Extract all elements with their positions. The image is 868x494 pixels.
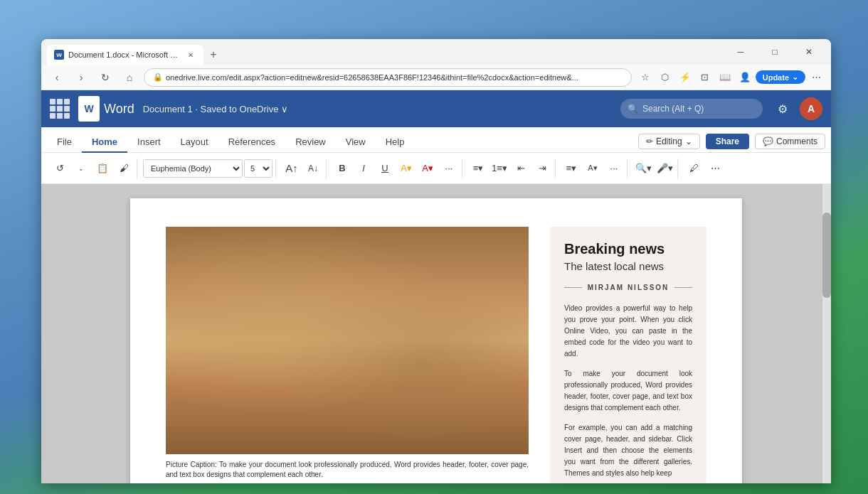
tab-help[interactable]: Help bbox=[376, 132, 415, 153]
browser-tab[interactable]: W Document 1.docx - Microsoft W... ✕ bbox=[47, 45, 203, 65]
collections-icon[interactable]: ⬡ bbox=[656, 68, 674, 87]
voice-button[interactable]: 🎤▾ bbox=[655, 159, 674, 178]
font-size-select[interactable]: 5 bbox=[244, 159, 272, 178]
tab-close-button[interactable]: ✕ bbox=[185, 49, 196, 60]
svg-rect-19 bbox=[166, 370, 529, 454]
svg-rect-36 bbox=[394, 306, 443, 402]
tab-favicon: W bbox=[54, 50, 64, 60]
tab-insert[interactable]: Insert bbox=[127, 132, 171, 153]
window-maximize-button[interactable]: □ bbox=[758, 39, 791, 65]
svg-rect-29 bbox=[299, 304, 358, 414]
tab-references[interactable]: References bbox=[218, 132, 285, 153]
news-divider: MIRJAM NILSSON bbox=[564, 284, 692, 291]
font-family-select[interactable]: Euphemia (Body) bbox=[143, 159, 243, 178]
news-body: Video provides a powerful way to help yo… bbox=[564, 303, 692, 479]
editing-label: Editing bbox=[656, 136, 682, 146]
news-author: MIRJAM NILSSON bbox=[588, 284, 669, 291]
paragraph-group: ≡▾ A▾ ··· bbox=[559, 159, 628, 178]
tab-view[interactable]: View bbox=[336, 132, 376, 153]
reading-icon[interactable]: 📖 bbox=[716, 68, 734, 87]
svg-rect-33 bbox=[354, 353, 373, 367]
star-icon[interactable]: ☆ bbox=[636, 68, 655, 87]
svg-point-5 bbox=[188, 254, 232, 276]
more-paragraph-button[interactable]: ··· bbox=[604, 159, 624, 178]
numbered-list-button[interactable]: 1≡▾ bbox=[489, 159, 509, 178]
tab-area: W Document 1.docx - Microsoft W... ✕ + bbox=[41, 39, 724, 65]
svg-point-10 bbox=[426, 252, 482, 275]
editing-button[interactable]: ✏ Editing ⌄ bbox=[638, 134, 700, 149]
settings-button[interactable]: ⚙ bbox=[771, 97, 794, 120]
bakery-image bbox=[166, 227, 529, 454]
increase-font-button[interactable]: A↑ bbox=[282, 159, 302, 178]
formatting-toolbar: ↺ ⌄ 📋 🖌 Euphemia (Body) 5 A↑ A↓ B I U A▾… bbox=[41, 153, 831, 184]
svg-point-38 bbox=[425, 359, 499, 389]
window-close-button[interactable]: ✕ bbox=[793, 39, 825, 65]
share-button[interactable]: Share bbox=[706, 134, 749, 149]
document-title[interactable]: Document 1 · Saved to OneDrive ∨ bbox=[143, 104, 612, 114]
highlight-button[interactable]: A▾ bbox=[396, 159, 416, 178]
underline-button[interactable]: U bbox=[375, 159, 395, 178]
format-painter-button[interactable]: 🖌 bbox=[114, 159, 134, 178]
update-button[interactable]: Update ⌄ bbox=[756, 70, 805, 84]
font-size-adjust-group: A↑ A↓ bbox=[279, 159, 327, 178]
svg-rect-30 bbox=[303, 318, 355, 377]
back-button[interactable]: ‹ bbox=[47, 68, 67, 87]
grid-dot bbox=[50, 106, 55, 112]
find-group: 🔍▾ 🎤▾ bbox=[630, 159, 678, 178]
font-color-button[interactable]: A▾ bbox=[418, 159, 438, 178]
address-input[interactable]: 🔒 onedrive.live.com/edit.aspx?action=edi… bbox=[144, 68, 632, 87]
extensions-icon[interactable]: ⚡ bbox=[676, 68, 694, 87]
menu-button[interactable]: ⋯ bbox=[807, 68, 825, 87]
tab-layout[interactable]: Layout bbox=[171, 132, 218, 153]
svg-point-34 bbox=[403, 278, 433, 308]
split-icon[interactable]: ⊡ bbox=[696, 68, 714, 87]
decrease-font-button[interactable]: A↓ bbox=[303, 159, 323, 178]
tab-review[interactable]: Review bbox=[285, 132, 336, 153]
forward-button[interactable]: › bbox=[71, 68, 91, 87]
track-changes-button[interactable]: 🖊 bbox=[684, 159, 704, 178]
refresh-button[interactable]: ↻ bbox=[95, 68, 115, 87]
shading-button[interactable]: A▾ bbox=[583, 159, 603, 178]
svg-point-15 bbox=[323, 284, 364, 303]
word-icon: W bbox=[78, 96, 100, 122]
svg-line-31 bbox=[329, 337, 359, 363]
increase-indent-button[interactable]: ⇥ bbox=[532, 159, 552, 178]
text-format-group: B I U A▾ A▾ ··· bbox=[329, 159, 462, 178]
align-button[interactable]: ≡▾ bbox=[561, 159, 581, 178]
paste-button[interactable]: 📋 bbox=[92, 159, 112, 178]
svg-point-12 bbox=[177, 286, 214, 304]
word-search-box[interactable]: 🔍 Search (Alt + Q) bbox=[620, 99, 763, 119]
document-content: Picture Caption: To make your document l… bbox=[166, 227, 706, 483]
user-avatar[interactable]: A bbox=[800, 97, 822, 120]
bold-button[interactable]: B bbox=[332, 159, 352, 178]
grid-dot bbox=[57, 113, 63, 119]
more-options-button[interactable]: ⋯ bbox=[705, 159, 725, 178]
grid-dot bbox=[57, 106, 63, 112]
decrease-indent-button[interactable]: ⇤ bbox=[511, 159, 531, 178]
apps-grid-button[interactable] bbox=[50, 99, 70, 119]
undo-dropdown[interactable]: ⌄ bbox=[71, 159, 91, 178]
home-button[interactable]: ⌂ bbox=[120, 68, 139, 87]
window-minimize-button[interactable]: ─ bbox=[724, 39, 757, 65]
image-caption: Picture Caption: To make your document l… bbox=[166, 460, 529, 480]
find-button[interactable]: 🔍▾ bbox=[633, 159, 653, 178]
scrollbar-thumb[interactable] bbox=[822, 213, 831, 298]
italic-button[interactable]: I bbox=[354, 159, 374, 178]
list-group: ≡▾ 1≡▾ ⇤ ⇥ bbox=[465, 159, 556, 178]
svg-point-13 bbox=[218, 283, 262, 304]
profile-icon[interactable]: 👤 bbox=[736, 68, 754, 87]
bullet-list-button[interactable]: ≡▾ bbox=[468, 159, 488, 178]
update-chevron: ⌄ bbox=[792, 73, 798, 82]
tab-home[interactable]: Home bbox=[82, 132, 127, 153]
svg-point-6 bbox=[228, 252, 280, 275]
svg-point-11 bbox=[478, 254, 519, 275]
window-controls: ─ □ ✕ bbox=[724, 39, 831, 65]
comments-button[interactable]: 💬 Comments bbox=[755, 134, 825, 149]
new-tab-button[interactable]: + bbox=[203, 45, 223, 65]
tab-file[interactable]: File bbox=[47, 132, 82, 153]
word-app-bar: W Word Document 1 · Saved to OneDrive ∨ … bbox=[41, 90, 831, 127]
document-area[interactable]: Picture Caption: To make your document l… bbox=[41, 184, 831, 483]
more-format-button[interactable]: ··· bbox=[439, 159, 459, 178]
vertical-scrollbar[interactable] bbox=[822, 184, 831, 483]
undo-button[interactable]: ↺ bbox=[50, 159, 70, 178]
